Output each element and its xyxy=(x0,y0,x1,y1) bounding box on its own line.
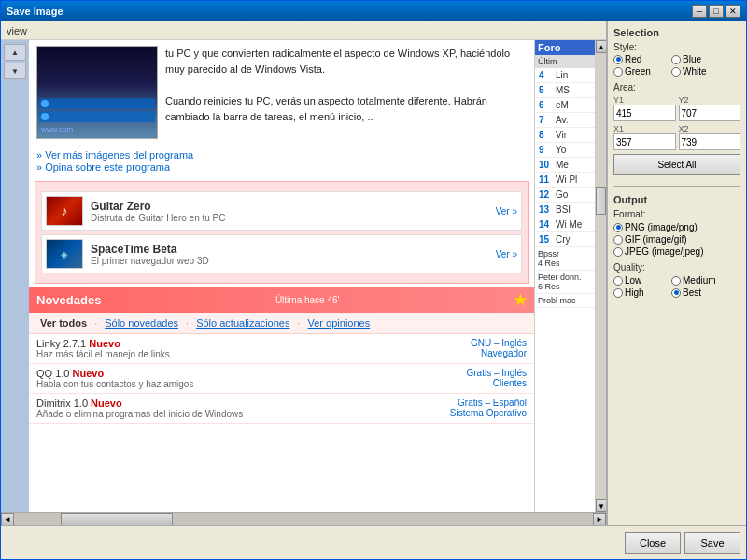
style-blue[interactable]: Blue xyxy=(671,54,727,64)
list-item-7[interactable]: 7 Av. xyxy=(535,113,595,128)
web-content[interactable]: www.com tu PC y que convierten radicalme… xyxy=(29,40,534,512)
opinion-link[interactable]: Opina sobre este programa xyxy=(36,161,527,173)
list-item-9[interactable]: 9 Yo xyxy=(535,143,595,158)
spacetime-ver-button[interactable]: Ver » xyxy=(496,249,517,259)
program-item-guitar: ♪ Guitar Zero Disfruta de Guitar Hero en… xyxy=(41,191,522,231)
news-item-qq: QQ 1.0 Nuevo Habla con tus contactos y h… xyxy=(29,364,534,394)
content-area: view ▲ ▼ www.com xyxy=(1,21,746,525)
nav-down-button[interactable]: ▼ xyxy=(4,63,26,79)
quality-high[interactable]: High xyxy=(613,287,669,298)
radio-png-indicator xyxy=(613,223,623,232)
format-gif[interactable]: GIF (image/gif) xyxy=(613,234,740,245)
h-scroll-track[interactable] xyxy=(14,513,593,525)
maximize-button[interactable]: □ xyxy=(709,5,724,18)
spacetime-name: SpaceTime Beta xyxy=(91,243,488,256)
style-white[interactable]: White xyxy=(671,66,727,77)
spacetime-icon: ◈ xyxy=(46,239,83,269)
forum-item-2: Peter donn.6 Res xyxy=(535,271,595,294)
more-images-link[interactable]: Ver más imágenes del programa xyxy=(36,149,527,161)
program-item-space: ◈ SpaceTime Beta El primer navegador web… xyxy=(41,234,522,273)
article-paragraph-2: Cuando reinicies tu PC, verás un aspecto… xyxy=(165,93,527,125)
nav-up-button[interactable]: ▲ xyxy=(4,44,26,61)
radio-high-indicator xyxy=(613,288,623,298)
close-button-bottom[interactable]: Close xyxy=(625,532,681,554)
quality-best[interactable]: Best xyxy=(671,287,727,298)
news-right-linky: GNU – Inglés Navegador xyxy=(433,338,527,358)
news-title-qq: QQ 1.0 Nuevo xyxy=(36,368,433,379)
links-section: Ver más imágenes del programa Opina sobr… xyxy=(29,145,534,177)
style-red[interactable]: Red xyxy=(613,54,669,64)
style-green[interactable]: Green xyxy=(613,66,669,77)
format-png[interactable]: PNG (image/png) xyxy=(613,222,740,232)
area-group: Area: Y1 Y2 X1 X2 xyxy=(613,82,740,175)
right-sidebar: Selection Style: Red Blue Green xyxy=(606,21,746,525)
radio-low-indicator xyxy=(613,276,623,286)
scroll-down-button[interactable]: ▼ xyxy=(596,499,606,512)
guitar-zero-info: Guitar Zero Disfruta de Guitar Hero en t… xyxy=(91,200,488,223)
news-item-dimitrix: Dimitrix 1.0 Nuevo Añade o elimina progr… xyxy=(29,394,534,424)
list-item-4[interactable]: 4 Lin xyxy=(535,68,595,83)
list-item-6[interactable]: 6 eM xyxy=(535,98,595,113)
close-button[interactable]: ✕ xyxy=(726,5,740,18)
y2-label: Y2 xyxy=(679,95,741,105)
scroll-thumb[interactable] xyxy=(596,187,606,215)
news-item-linky: Linky 2.7.1 Nuevo Haz más fácil el manej… xyxy=(29,334,534,364)
h-scroll-right-button[interactable]: ► xyxy=(593,513,606,526)
radio-jpeg-indicator xyxy=(613,247,623,257)
quality-medium[interactable]: Medium xyxy=(671,275,727,286)
article-text: tu PC y que convierten radicalmente el a… xyxy=(165,46,527,139)
tab-ver-todos[interactable]: Ver todos xyxy=(35,315,92,330)
scroll-up-button[interactable]: ▲ xyxy=(596,40,606,53)
window-title: Save Image xyxy=(7,6,63,17)
radio-best-indicator xyxy=(671,288,681,298)
y2-input[interactable] xyxy=(679,105,741,121)
y1-input[interactable] xyxy=(613,105,676,121)
radio-red-indicator xyxy=(613,55,623,64)
quality-low[interactable]: Low xyxy=(613,275,669,286)
list-item-15[interactable]: 15 Cry xyxy=(535,232,595,247)
scroll-track[interactable] xyxy=(596,53,606,499)
news-left-dimitrix: Dimitrix 1.0 Nuevo Añade o elimina progr… xyxy=(36,398,433,419)
title-bar: Save Image ─ □ ✕ xyxy=(1,1,746,21)
format-group: PNG (image/png) GIF (image/gif) JPEG (im… xyxy=(613,222,740,257)
list-item-13[interactable]: 13 BSI xyxy=(535,203,595,217)
area-inputs: Y1 Y2 X1 X2 xyxy=(613,95,740,150)
star-icon: ★ xyxy=(514,291,527,309)
ultima-header: Últim xyxy=(535,55,595,68)
minimize-button[interactable]: ─ xyxy=(692,5,707,18)
quality-label: Quality: xyxy=(613,262,740,273)
h-scroll-left-button[interactable]: ◄ xyxy=(1,513,14,526)
list-item-10[interactable]: 10 Me xyxy=(535,158,595,173)
style-group: Style: Red Blue Green xyxy=(613,42,740,77)
tab-actualizaciones[interactable]: Sólo actualizaciones xyxy=(190,315,295,330)
list-item-8[interactable]: 8 Vir xyxy=(535,128,595,143)
x1-label: X1 xyxy=(613,124,676,133)
forum-item-3: Probl mac xyxy=(535,294,595,308)
forum-item-1: Bpssr4 Res xyxy=(535,247,595,271)
list-item-14[interactable]: 14 Wi Me xyxy=(535,217,595,232)
programs-section: ♪ Guitar Zero Disfruta de Guitar Hero en… xyxy=(35,181,529,284)
list-item-5[interactable]: 5 MS xyxy=(535,83,595,98)
guitar-zero-ver-button[interactable]: Ver » xyxy=(496,206,517,217)
list-item-12[interactable]: 12 Go xyxy=(535,188,595,203)
tab-solo-novedades[interactable]: Sólo novedades xyxy=(99,315,184,330)
bottom-bar: Close Save xyxy=(1,525,746,559)
save-button-bottom[interactable]: Save xyxy=(684,532,740,554)
horizontal-scrollbar: ◄ ► xyxy=(1,512,606,525)
radio-blue-indicator xyxy=(671,55,681,64)
format-jpeg[interactable]: JPEG (image/jpeg) xyxy=(613,246,740,257)
separator xyxy=(613,186,740,187)
list-item-11[interactable]: 11 Wi Pl xyxy=(535,173,595,188)
select-all-button[interactable]: Select All xyxy=(613,154,740,175)
tab-opiniones[interactable]: Ver opiniones xyxy=(303,315,376,330)
list-items: 4 Lin 5 MS 6 eM xyxy=(535,68,595,247)
guitar-zero-desc: Disfruta de Guitar Hero en tu PC xyxy=(91,213,488,223)
guitar-zero-name: Guitar Zero xyxy=(91,200,488,213)
article-image: www.com xyxy=(36,46,158,139)
h-scroll-thumb[interactable] xyxy=(61,513,173,525)
foro-header: Foro xyxy=(535,40,595,55)
x1-input[interactable] xyxy=(613,133,676,150)
news-right-qq: Gratis – Inglés Clientes xyxy=(433,368,527,388)
x2-input[interactable] xyxy=(679,133,741,150)
style-label: Style: xyxy=(613,42,740,52)
